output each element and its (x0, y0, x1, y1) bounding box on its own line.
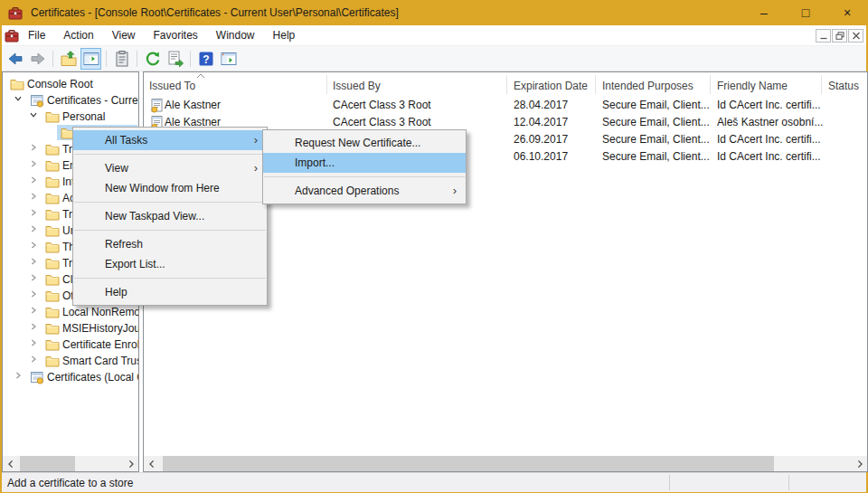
menubar-item-action[interactable]: Action (54, 25, 102, 45)
cell-friendly: Aleš Kastner osobní... (717, 116, 826, 128)
scroll-left-arrow[interactable] (144, 456, 159, 471)
mdi-restore-icon (835, 32, 844, 40)
menu-item-new-taskpad-view[interactable]: New Taskpad View... (73, 206, 267, 226)
menubar-item-file[interactable]: File (19, 25, 54, 45)
forward-button[interactable] (27, 48, 48, 70)
console-system-menu-icon[interactable] (5, 29, 19, 43)
cell-expiration: 06.10.2017 (514, 150, 599, 163)
close-button[interactable]: × (826, 0, 868, 25)
help-icon: ? (197, 50, 215, 68)
cell-issued_by: CAcert Class 3 Root (333, 99, 509, 111)
menu-item-advanced-operations[interactable]: Advanced Operations› (263, 181, 466, 201)
column-separator[interactable] (506, 75, 507, 94)
status-bar: Add a certificate to a store (2, 472, 866, 492)
list-scrollbar-thumb[interactable] (163, 456, 774, 471)
statusbar-divider (788, 475, 789, 490)
sort-ascending-icon (196, 73, 205, 79)
menubar-item-view[interactable]: View (103, 25, 145, 45)
menu-item-label: All Tasks (105, 134, 147, 147)
tree-item-label: Console Root (27, 78, 93, 91)
column-header-issued-by[interactable]: Issued By (333, 80, 381, 92)
column-header-expiration-date[interactable]: Expiration Date (514, 80, 588, 92)
forward-icon (29, 50, 47, 68)
tree-item-personal[interactable]: Personal (3, 109, 137, 125)
menubar-item-window[interactable]: Window (207, 25, 264, 45)
list-horizontal-scrollbar[interactable] (144, 456, 867, 471)
menu-item-label: Help (105, 286, 127, 299)
show-console-tree-button[interactable] (80, 48, 101, 70)
menu-item-import[interactable]: Import... (263, 153, 466, 173)
mdi-restore-button[interactable] (832, 29, 847, 43)
minimize-button[interactable]: – (743, 0, 785, 25)
folder-icon (45, 257, 60, 270)
scroll-right-arrow[interactable] (852, 456, 867, 471)
chevron-collapsed-icon[interactable] (29, 289, 38, 299)
folder-icon (10, 78, 24, 90)
tree-item-console-root[interactable]: Console Root (3, 76, 137, 92)
column-separator[interactable] (595, 75, 596, 94)
mmc-app-icon[interactable] (8, 6, 23, 20)
chevron-collapsed-icon[interactable] (29, 143, 38, 152)
tree-horizontal-scrollbar[interactable] (3, 456, 138, 471)
chevron-collapsed-icon[interactable] (14, 371, 23, 380)
column-separator[interactable] (710, 75, 711, 94)
tree-item-local-nonremovable-certificates[interactable]: Local NonRemovable Certificates (3, 304, 137, 320)
certificate-icon (30, 94, 44, 108)
column-separator[interactable] (326, 75, 327, 94)
column-header-friendly-name[interactable]: Friendly Name (717, 80, 788, 92)
export-list-button[interactable] (165, 48, 185, 70)
menu-item-help[interactable]: Help (73, 282, 267, 302)
chevron-expanded-icon[interactable] (14, 94, 23, 103)
menubar-item-help[interactable]: Help (264, 25, 305, 45)
mdi-close-button[interactable] (848, 29, 863, 43)
chevron-expanded-icon[interactable] (29, 110, 38, 119)
console-window-button[interactable] (218, 48, 239, 70)
scroll-left-arrow[interactable] (3, 456, 18, 471)
chevron-collapsed-icon[interactable] (29, 257, 38, 266)
chevron-collapsed-icon[interactable] (29, 159, 38, 168)
chevron-collapsed-icon[interactable] (29, 355, 38, 364)
chevron-collapsed-icon[interactable] (29, 241, 38, 250)
menubar-item-favorites[interactable]: Favorites (145, 25, 207, 45)
tree-item-smart-card-trusted-roots[interactable]: Smart Card Trusted Roots (3, 353, 137, 369)
menu-item-view[interactable]: View› (73, 158, 267, 178)
maximize-button[interactable]: □ (785, 0, 826, 25)
back-button[interactable] (5, 48, 25, 70)
toolbar: ? (2, 46, 866, 71)
chevron-collapsed-icon[interactable] (29, 322, 38, 331)
chevron-collapsed-icon[interactable] (29, 208, 38, 217)
chevron-collapsed-icon[interactable] (29, 192, 38, 201)
properties-clipboard-button[interactable] (111, 48, 132, 70)
column-header-issued-to[interactable]: Issued To (149, 80, 195, 92)
menu-item-export-list[interactable]: Export List... (73, 254, 267, 274)
menu-separator (74, 230, 266, 231)
refresh-button[interactable] (142, 48, 163, 70)
help-button[interactable]: ? (195, 48, 216, 70)
chevron-collapsed-icon[interactable] (29, 306, 38, 315)
refresh-icon (144, 50, 162, 68)
menu-item-all-tasks[interactable]: All Tasks› (73, 130, 267, 150)
back-icon (6, 50, 24, 68)
tree-item-certificates-current-user[interactable]: Certificates - Current User (3, 92, 137, 109)
column-header-intended-purposes[interactable]: Intended Purposes (602, 80, 693, 92)
chevron-collapsed-icon[interactable] (29, 273, 38, 282)
certificate-row-1[interactable]: Ale KastnerCAcert Class 3 Root28.04.2017… (144, 97, 867, 114)
title-bar: Certificates - [Console Root\Certificate… (0, 0, 868, 25)
column-separator[interactable] (821, 75, 822, 94)
tree-item-certificates-local-computer[interactable]: Certificates (Local Computer) (3, 369, 137, 385)
tree-scrollbar-thumb[interactable] (20, 456, 75, 471)
menu-item-request-new-certificate[interactable]: Request New Certificate... (263, 133, 466, 153)
menu-item-new-window-from-here[interactable]: New Window from Here (73, 178, 267, 198)
tree-item-msiehistoryjournal[interactable]: MSIEHistoryJournal (3, 320, 137, 337)
scroll-right-arrow[interactable] (123, 456, 138, 471)
folder-icon (45, 110, 60, 123)
column-header-status[interactable]: Status (828, 80, 859, 92)
chevron-collapsed-icon[interactable] (29, 338, 38, 347)
up-one-level-button[interactable] (58, 48, 79, 70)
menu-item-refresh[interactable]: Refresh (73, 234, 267, 254)
chevron-collapsed-icon[interactable] (29, 224, 38, 233)
chevron-collapsed-icon[interactable] (29, 175, 38, 185)
statusbar-divider (669, 475, 670, 490)
tree-item-certificate-enrollment-requests[interactable]: Certificate Enrollment Requests (3, 337, 137, 353)
mdi-minimize-button[interactable] (816, 29, 831, 43)
